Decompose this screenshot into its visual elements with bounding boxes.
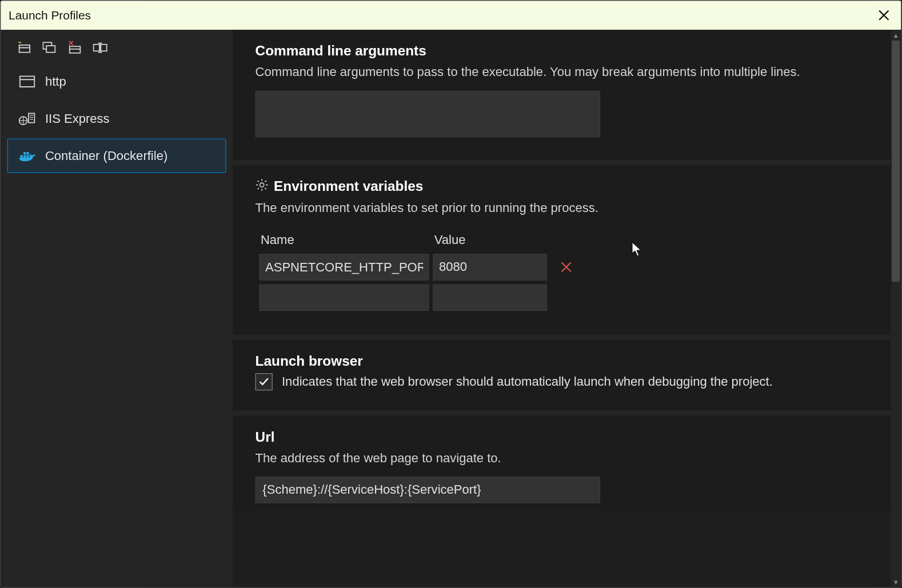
svg-rect-20 xyxy=(29,113,34,122)
svg-rect-26 xyxy=(26,155,29,158)
duplicate-profile-button[interactable] xyxy=(42,41,58,55)
section-url: Url The address of the web page to navig… xyxy=(233,415,891,509)
section-description: The address of the web page to navigate … xyxy=(256,449,868,467)
section-heading: Command line arguments xyxy=(256,43,868,59)
profile-label: http xyxy=(45,74,66,89)
svg-rect-10 xyxy=(94,45,99,51)
sidebar: http IIS Express xyxy=(1,30,233,587)
svg-rect-15 xyxy=(20,76,35,87)
new-profile-icon xyxy=(17,42,32,54)
env-value-input[interactable] xyxy=(433,254,547,280)
close-button[interactable] xyxy=(875,6,893,24)
scroll-down-button[interactable]: ▼ xyxy=(891,577,901,587)
section-heading: Launch browser xyxy=(256,353,868,369)
rename-profile-button[interactable] xyxy=(92,41,108,55)
delete-profile-icon xyxy=(67,41,82,54)
close-icon xyxy=(878,9,890,21)
svg-rect-24 xyxy=(21,155,23,158)
section-description: Command line arguments to pass to the ex… xyxy=(256,63,868,81)
delete-x-icon xyxy=(560,261,572,273)
svg-rect-5 xyxy=(46,46,55,53)
profile-label: Container (Dockerfile) xyxy=(45,149,167,163)
launch-profiles-dialog: Launch Profiles xyxy=(0,0,902,588)
launch-browser-description: Indicates that the web browser should au… xyxy=(282,375,773,390)
url-input[interactable] xyxy=(256,477,600,503)
command-line-arguments-input[interactable] xyxy=(256,90,600,137)
docker-icon xyxy=(18,149,35,163)
env-name-header: Name xyxy=(260,230,429,250)
launch-browser-checkbox[interactable] xyxy=(256,373,273,390)
section-heading: Url xyxy=(256,429,868,445)
new-profile-button[interactable] xyxy=(17,41,33,55)
section-heading: Environment variables xyxy=(274,178,423,194)
sidebar-toolbar xyxy=(7,37,226,62)
check-icon xyxy=(258,377,269,387)
svg-rect-28 xyxy=(26,152,29,154)
svg-point-29 xyxy=(260,183,264,187)
profile-item-container-dockerfile[interactable]: Container (Dockerfile) xyxy=(7,138,226,173)
scrollbar-track[interactable] xyxy=(891,41,901,577)
content-panel: Command line arguments Command line argu… xyxy=(233,30,901,587)
delete-env-var-button[interactable] xyxy=(556,257,576,277)
section-environment-variables: Environment variables The environment va… xyxy=(233,165,891,340)
table-row xyxy=(260,285,576,311)
env-name-input[interactable] xyxy=(260,285,429,311)
env-value-input[interactable] xyxy=(433,285,547,311)
dialog-body: http IIS Express xyxy=(1,30,901,587)
svg-rect-11 xyxy=(101,45,106,51)
profile-item-iis-express[interactable]: IIS Express xyxy=(7,101,226,135)
iis-icon xyxy=(18,111,35,126)
gear-icon xyxy=(256,178,269,195)
section-command-line-arguments: Command line arguments Command line argu… xyxy=(233,30,891,165)
svg-rect-25 xyxy=(23,155,26,158)
svg-rect-8 xyxy=(70,46,81,53)
svg-rect-2 xyxy=(19,45,30,53)
section-description: The environment variables to set prior t… xyxy=(256,198,868,217)
window-icon xyxy=(18,74,35,89)
delete-profile-button[interactable] xyxy=(67,41,83,55)
env-name-input[interactable] xyxy=(260,254,429,280)
profile-label: IIS Express xyxy=(45,111,110,126)
table-row xyxy=(260,254,576,280)
titlebar: Launch Profiles xyxy=(1,1,901,30)
scroll-up-button[interactable]: ▲ xyxy=(891,30,901,41)
duplicate-icon xyxy=(42,42,57,54)
section-launch-browser: Launch browser Indicates that the web br… xyxy=(233,340,891,415)
profile-item-http[interactable]: http xyxy=(7,65,226,99)
scrollbar-thumb[interactable] xyxy=(892,41,900,282)
dialog-title: Launch Profiles xyxy=(9,9,91,22)
env-vars-table: Name Value xyxy=(256,226,580,315)
env-value-header: Value xyxy=(433,230,547,250)
rename-icon xyxy=(93,42,107,54)
vertical-scrollbar[interactable]: ▲ ▼ xyxy=(891,30,901,587)
svg-rect-27 xyxy=(23,152,26,154)
